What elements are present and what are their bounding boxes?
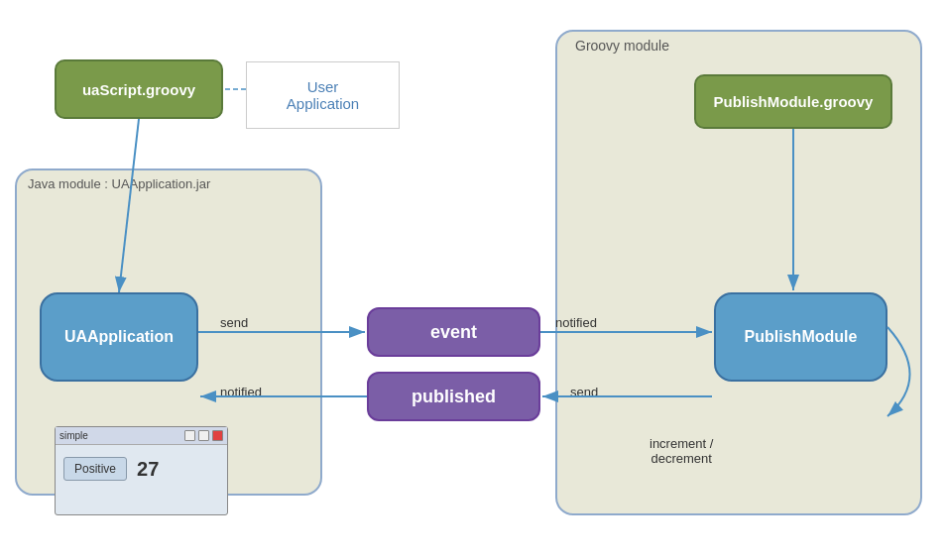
window-content: Positive 27 xyxy=(56,445,227,493)
send-right-label: send xyxy=(570,385,598,399)
user-app-label: UserApplication xyxy=(246,61,400,129)
positive-button[interactable]: Positive xyxy=(63,457,127,481)
event-box: event xyxy=(367,307,540,357)
groovy-module-label: Groovy module xyxy=(575,38,669,54)
send-label: send xyxy=(220,315,248,330)
publishmodule-box: PublishModule xyxy=(714,292,887,382)
diagram-container: Groovy module Java module : UAApplicatio… xyxy=(0,0,946,560)
window-title-bar: simple xyxy=(56,427,227,445)
window-mockup: simple Positive 27 xyxy=(55,426,228,515)
window-title: simple xyxy=(59,430,88,441)
notified-right-label: notified xyxy=(555,315,597,330)
java-module-label: Java module : UAApplication.jar xyxy=(28,176,210,191)
notified-left-label: notified xyxy=(220,385,262,399)
uascript-groovy-box: uaScript.groovy xyxy=(55,59,223,119)
win-maximize-btn[interactable] xyxy=(198,430,209,441)
published-box: published xyxy=(367,372,540,421)
win-minimize-btn[interactable] xyxy=(184,430,195,441)
uaapplication-box: UAApplication xyxy=(40,292,198,382)
publishmodule-groovy-box: PublishModule.groovy xyxy=(694,74,892,129)
number-display: 27 xyxy=(137,458,159,481)
win-close-btn[interactable] xyxy=(212,430,223,441)
user-app-text: UserApplication xyxy=(287,78,359,112)
increment-label: increment /decrement xyxy=(650,436,713,466)
